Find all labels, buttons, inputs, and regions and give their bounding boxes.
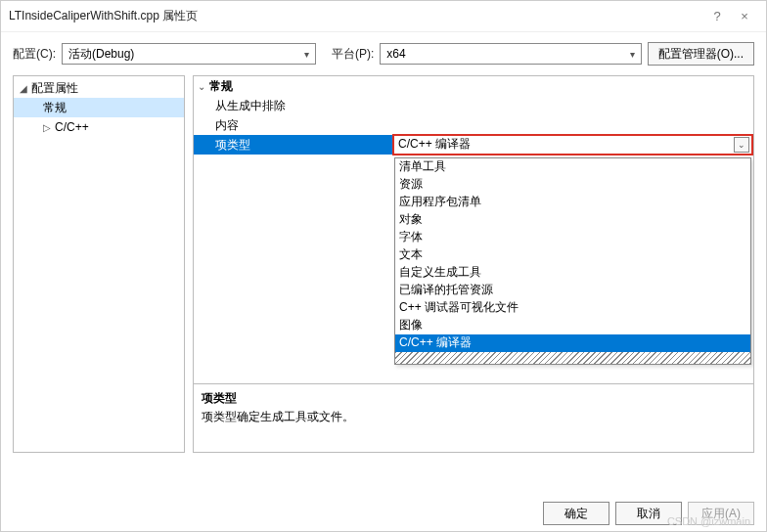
config-select[interactable]: 活动(Debug) ▾ <box>62 43 316 65</box>
tree-item-label: C/C++ <box>55 120 89 134</box>
prop-row-exclude[interactable]: 从生成中排除 <box>194 96 753 115</box>
description-box: 项类型 项类型确定生成工具或文件。 <box>194 383 753 452</box>
dropdown-option[interactable]: 文本 <box>395 246 750 264</box>
main-area: ◢ 配置属性 常规 ▷ C/C++ ⌄ 常规 从生成中排除 内容 <box>1 75 766 492</box>
tree-root-label: 配置属性 <box>31 80 78 97</box>
combo-value: C/C++ 编译器 <box>398 136 471 153</box>
collapse-icon: ⌄ <box>194 81 209 92</box>
apply-button: 应用(A) <box>688 502 754 525</box>
tree-item-cpp[interactable]: ▷ C/C++ <box>14 117 184 137</box>
help-icon[interactable]: ? <box>703 3 731 30</box>
tree-item-general[interactable]: 常规 <box>14 98 184 117</box>
config-row: 配置(C): 活动(Debug) ▾ 平台(P): x64 ▾ 配置管理器(O)… <box>1 32 766 75</box>
right-panel: ⌄ 常规 从生成中排除 内容 项类型 C/C++ 编译器 ⌄ 清单工具资源应用程… <box>193 75 754 453</box>
config-manager-button[interactable]: 配置管理器(O)... <box>648 42 754 66</box>
dropdown-option[interactable]: 图像 <box>395 317 750 334</box>
footer-buttons: 确定 取消 应用(A) <box>543 502 754 525</box>
tree-item-label: 常规 <box>43 100 67 116</box>
platform-value: x64 <box>386 47 405 61</box>
dropdown-option[interactable]: C/C++ 编译器 <box>395 334 750 352</box>
itemtype-combo[interactable]: C/C++ 编译器 ⌄ 清单工具资源应用程序包清单对象字体文本自定义生成工具已编… <box>392 134 753 155</box>
expand-icon: ▷ <box>43 122 55 133</box>
prop-value-cell: C/C++ 编译器 ⌄ 清单工具资源应用程序包清单对象字体文本自定义生成工具已编… <box>393 135 753 155</box>
category-label: 常规 <box>209 78 233 95</box>
property-grid: ⌄ 常规 从生成中排除 内容 项类型 C/C++ 编译器 ⌄ 清单工具资源应用程… <box>194 76 753 383</box>
chevron-down-icon: ▾ <box>304 49 309 60</box>
left-tree: ◢ 配置属性 常规 ▷ C/C++ <box>13 75 185 453</box>
itemtype-dropdown: 清单工具资源应用程序包清单对象字体文本自定义生成工具已编译的托管资源C++ 调试… <box>394 157 751 365</box>
dropdown-option[interactable]: 应用程序包清单 <box>395 194 750 211</box>
prop-name: 内容 <box>194 115 393 135</box>
prop-value[interactable] <box>393 115 753 135</box>
dropdown-option[interactable]: 自定义生成工具 <box>395 264 750 282</box>
config-label: 配置(C): <box>13 46 56 63</box>
chevron-down-icon[interactable]: ⌄ <box>734 137 749 153</box>
dropdown-option[interactable]: 对象 <box>395 211 750 229</box>
collapse-icon: ◢ <box>20 83 31 94</box>
platform-label: 平台(P): <box>332 46 374 63</box>
chevron-down-icon: ▾ <box>630 49 635 60</box>
desc-text: 项类型确定生成工具或文件。 <box>202 409 745 425</box>
dropdown-option[interactable]: 清单工具 <box>395 158 750 176</box>
titlebar: LTInsideCaliperWithShift.cpp 属性页 ? × <box>1 1 766 32</box>
resize-grip[interactable] <box>395 352 750 364</box>
prop-row-content[interactable]: 内容 <box>194 115 753 135</box>
ok-button[interactable]: 确定 <box>543 502 609 525</box>
cancel-button[interactable]: 取消 <box>615 502 682 525</box>
prop-name: 项类型 <box>194 135 393 155</box>
prop-value[interactable] <box>393 96 753 115</box>
window-title: LTInsideCaliperWithShift.cpp 属性页 <box>9 8 703 24</box>
desc-title: 项类型 <box>202 390 745 407</box>
dropdown-option[interactable]: 字体 <box>395 229 750 246</box>
platform-select[interactable]: x64 ▾ <box>380 43 641 65</box>
dropdown-option[interactable]: 已编译的托管资源 <box>395 282 750 299</box>
tree-root-item[interactable]: ◢ 配置属性 <box>14 78 184 98</box>
prop-row-itemtype[interactable]: 项类型 C/C++ 编译器 ⌄ 清单工具资源应用程序包清单对象字体文本自定义生成… <box>194 135 753 155</box>
prop-name: 从生成中排除 <box>194 96 393 115</box>
dropdown-option[interactable]: 资源 <box>395 176 750 194</box>
dropdown-option[interactable]: C++ 调试器可视化文件 <box>395 299 750 317</box>
config-value: 活动(Debug) <box>68 46 134 63</box>
category-row[interactable]: ⌄ 常规 <box>194 76 753 96</box>
close-icon[interactable]: × <box>731 3 758 30</box>
